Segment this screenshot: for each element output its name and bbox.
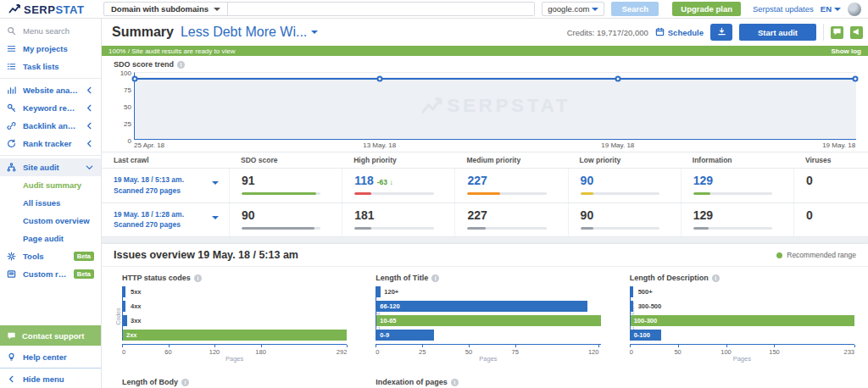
domain-search-input[interactable]: [228, 3, 534, 15]
sidebar-item-site-audit[interactable]: Site audit: [0, 158, 101, 176]
bar-row[interactable]: 0-100: [631, 330, 854, 341]
website-analysis-icon: [7, 86, 17, 95]
search-button[interactable]: Search: [611, 2, 659, 16]
progress-status-text: 100% / Site audit results are ready to v…: [108, 47, 235, 55]
y-axis-tick: 100: [114, 69, 131, 77]
chevron-down-icon: [592, 8, 598, 11]
chart-http-status-codes: HTTP status codes iCodes5xx4xx3xx2xx0601…: [122, 274, 347, 363]
bar-row[interactable]: 120+: [376, 286, 600, 297]
y-axis-tick: 50: [114, 103, 131, 111]
divider: [0, 78, 101, 79]
sdo-trend-section: SDO score trend i SERPSTAT 1007550250 25…: [102, 56, 868, 150]
metric-value[interactable]: 90: [581, 175, 594, 187]
sidebar-item-backlink-analysis[interactable]: Backlink analysis: [0, 117, 101, 135]
show-log-link[interactable]: Show log: [831, 47, 861, 55]
metric-value[interactable]: 118: [354, 175, 374, 187]
bar-row[interactable]: 300-500: [631, 301, 854, 312]
crawl-date-link[interactable]: 19 May. 18 / 5:13 am.Scanned 270 pages: [114, 175, 184, 197]
bar-row[interactable]: 3xx: [123, 315, 347, 326]
bar-row[interactable]: 100-300: [631, 315, 854, 326]
serpstat-updates-link[interactable]: Serpstat updates: [753, 4, 814, 14]
serpstat-logo-icon: [8, 4, 20, 14]
metric-value: 0: [806, 209, 813, 222]
serpstat-logo[interactable]: SERPSTAT: [8, 2, 97, 17]
sidebar-bottom: Contact support Help center Hide menu: [0, 325, 101, 388]
upgrade-plan-button[interactable]: Upgrade plan: [672, 2, 741, 16]
announcements-button[interactable]: [850, 26, 863, 39]
sidebar-item-website-analysis[interactable]: Website analysis: [0, 81, 101, 99]
metric-bar: [581, 227, 659, 230]
sidebar-item-menu-search[interactable]: Menu search: [0, 22, 101, 40]
sidebar-item-audit-summary[interactable]: Audit summary: [0, 176, 101, 194]
metric-value[interactable]: 129: [693, 175, 713, 187]
sidebar-item-my-projects[interactable]: My projects: [0, 40, 101, 58]
feedback-chat-button[interactable]: [831, 26, 843, 39]
avatar[interactable]: [848, 3, 861, 16]
schedule-button[interactable]: Schedule: [655, 27, 704, 38]
trend-data-point[interactable]: [132, 76, 138, 82]
metric-value: 227: [467, 209, 487, 222]
chevron-down-icon: [311, 30, 318, 34]
search-engine-select[interactable]: google.com: [542, 2, 604, 16]
metric-bar: [467, 192, 546, 195]
trend-data-point[interactable]: [853, 76, 859, 82]
chevron-down-icon: [834, 8, 841, 11]
chevron-down-icon[interactable]: [212, 181, 219, 185]
metric-value: 0: [806, 175, 813, 187]
metric-value: 90: [581, 209, 594, 222]
info-icon[interactable]: i: [451, 379, 459, 386]
table-column-header: Last crawl: [102, 152, 229, 168]
crawl-date-link[interactable]: 19 May. 18 / 1:28 am.Scanned 270 pages: [114, 209, 184, 231]
sidebar-item-custom-reports[interactable]: Custom reportsBeta: [0, 265, 101, 283]
info-icon[interactable]: i: [181, 379, 189, 386]
keyword-research-icon: [7, 103, 17, 113]
sidebar-item-all-issues[interactable]: All issues: [0, 194, 101, 212]
project-select[interactable]: Less Debt More Wi...: [181, 25, 318, 40]
bar-row[interactable]: 500+: [631, 286, 854, 297]
bar-row[interactable]: 66-120: [376, 301, 600, 312]
backlink-analysis-icon: [7, 121, 17, 130]
divider: [0, 368, 101, 369]
metric-bar: [242, 227, 320, 230]
bar-row[interactable]: 0-9: [376, 330, 600, 341]
bulb-icon: [7, 352, 17, 362]
bar-row[interactable]: 4xx: [123, 301, 347, 312]
sidebar-item-custom-overview[interactable]: Custom overview: [0, 212, 101, 230]
sidebar-item-keyword-research[interactable]: Keyword research: [0, 99, 101, 117]
sidebar-item-help-center[interactable]: Help center: [0, 348, 101, 366]
sidebar-item-task-lists[interactable]: Task lists: [0, 58, 101, 75]
sidebar-item-page-audit[interactable]: Page audit: [0, 230, 101, 247]
trend-data-point[interactable]: [615, 76, 621, 82]
chevron-down-icon[interactable]: [212, 216, 219, 219]
chart-x-label: Pages: [376, 355, 600, 363]
recommended-range-legend: Recommended range: [776, 251, 856, 259]
info-icon[interactable]: i: [712, 274, 720, 282]
reports-icon: [7, 269, 17, 279]
chart-indexation-of-pages: Indexation of pages iCl268: [376, 378, 600, 388]
hide-menu-button[interactable]: Hide menu: [0, 370, 101, 388]
trend-data-point[interactable]: [377, 76, 383, 82]
start-audit-button[interactable]: Start audit: [739, 24, 816, 41]
export-button[interactable]: [710, 24, 732, 41]
download-icon: [717, 27, 726, 38]
crawl-results-table: Last crawlSDO scoreHigh priorityMedium p…: [102, 152, 868, 237]
search-scope-select[interactable]: Domain with subdomains: [104, 3, 228, 15]
tools-icon: [7, 252, 17, 261]
info-icon[interactable]: i: [431, 274, 439, 282]
bar-row[interactable]: 5xx: [123, 286, 347, 297]
info-icon[interactable]: i: [194, 274, 202, 282]
metric-value: 129: [693, 209, 713, 222]
table-row: 19 May. 18 / 1:28 am.Scanned 270 pages90…: [102, 203, 868, 238]
bar-row[interactable]: 10-65: [376, 315, 600, 326]
contact-support-button[interactable]: Contact support: [0, 325, 101, 346]
sdo-trend-x-axis: 25 Apr. 1813 May. 1819 May. 1819 May. 18: [134, 140, 856, 150]
bar-row[interactable]: 2xx: [123, 330, 347, 341]
sidebar-item-rank-tracker[interactable]: Rank tracker: [0, 135, 101, 152]
metric-value[interactable]: 227: [467, 175, 487, 187]
info-icon[interactable]: i: [177, 61, 185, 69]
y-axis-tick: 0: [114, 137, 131, 145]
chevron-left-icon: [85, 86, 94, 95]
sidebar-item-tools[interactable]: ToolsBeta: [0, 247, 101, 265]
rank-tracker-icon: [7, 139, 17, 148]
language-select[interactable]: EN: [821, 4, 841, 14]
